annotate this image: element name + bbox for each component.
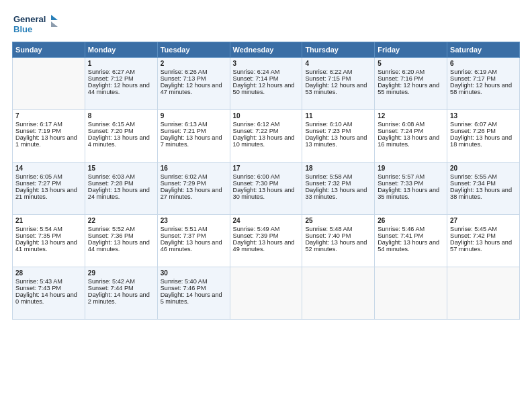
calendar-cell: 16Sunrise: 6:02 AMSunset: 7:29 PMDayligh…	[157, 163, 230, 215]
sunrise-text: Sunrise: 5:54 AM	[15, 226, 62, 232]
calendar-cell	[447, 267, 520, 320]
sunrise-text: Sunrise: 6:02 AM	[161, 173, 208, 180]
daylight-text: Daylight: 13 hours and 41 minutes.	[15, 239, 77, 253]
date-number: 20	[450, 165, 517, 172]
date-number: 7	[15, 112, 82, 120]
sunrise-text: Sunrise: 6:08 AM	[378, 121, 425, 128]
date-number: 10	[233, 112, 300, 120]
sunrise-text: Sunrise: 5:43 AM	[15, 278, 62, 285]
sunset-text: Sunset: 7:13 PM	[161, 75, 206, 82]
calendar-cell	[375, 267, 447, 320]
calendar-cell: 9Sunrise: 6:13 AMSunset: 7:21 PMDaylight…	[157, 110, 230, 163]
date-number: 6	[450, 60, 517, 67]
sunrise-text: Sunrise: 6:22 AM	[305, 68, 352, 75]
daylight-text: Daylight: 13 hours and 1 minute.	[15, 134, 77, 148]
daylight-text: Daylight: 13 hours and 54 minutes.	[378, 239, 439, 253]
date-number: 18	[305, 165, 371, 172]
sunrise-text: Sunrise: 6:19 AM	[450, 68, 497, 75]
daylight-text: Daylight: 13 hours and 18 minutes.	[450, 134, 512, 148]
date-number: 26	[378, 217, 444, 224]
sunrise-text: Sunrise: 5:57 AM	[378, 173, 425, 180]
sunset-text: Sunset: 7:14 PM	[233, 75, 279, 82]
sunset-text: Sunset: 7:34 PM	[450, 180, 496, 187]
day-header-wednesday: Wednesday	[230, 42, 302, 58]
week-row-1: 1Sunrise: 6:27 AMSunset: 7:12 PMDaylight…	[13, 58, 520, 110]
date-number: 29	[88, 269, 154, 277]
sunrise-text: Sunrise: 6:26 AM	[161, 68, 208, 75]
date-number: 25	[305, 217, 371, 224]
sunrise-text: Sunrise: 6:00 AM	[233, 173, 280, 180]
calendar-cell: 19Sunrise: 5:57 AMSunset: 7:33 PMDayligh…	[375, 163, 447, 215]
sunset-text: Sunset: 7:30 PM	[233, 180, 279, 187]
daylight-text: Daylight: 12 hours and 58 minutes.	[450, 82, 512, 95]
day-header-tuesday: Tuesday	[157, 42, 230, 58]
calendar-cell: 6Sunrise: 6:19 AMSunset: 7:17 PMDaylight…	[447, 58, 520, 110]
sunset-text: Sunset: 7:39 PM	[233, 232, 279, 239]
daylight-text: Daylight: 13 hours and 30 minutes.	[233, 187, 295, 200]
calendar-cell: 4Sunrise: 6:22 AMSunset: 7:15 PMDaylight…	[302, 58, 375, 110]
daylight-text: Daylight: 13 hours and 49 minutes.	[233, 239, 295, 253]
svg-marker-3	[51, 21, 58, 27]
sunrise-text: Sunrise: 6:17 AM	[15, 121, 62, 128]
day-header-friday: Friday	[375, 42, 447, 58]
sunset-text: Sunset: 7:41 PM	[378, 232, 423, 239]
sunset-text: Sunset: 7:37 PM	[161, 232, 206, 239]
calendar-cell: 27Sunrise: 5:45 AMSunset: 7:42 PMDayligh…	[447, 215, 520, 267]
sunrise-text: Sunrise: 5:51 AM	[161, 226, 208, 232]
daylight-text: Daylight: 12 hours and 55 minutes.	[378, 82, 439, 95]
date-number: 5	[378, 60, 444, 67]
daylight-text: Daylight: 13 hours and 4 minutes.	[88, 134, 150, 148]
calendar-cell	[230, 267, 302, 320]
date-number: 30	[161, 269, 227, 277]
calendar-cell: 17Sunrise: 6:00 AMSunset: 7:30 PMDayligh…	[230, 163, 302, 215]
date-number: 2	[161, 60, 227, 67]
sunrise-text: Sunrise: 6:20 AM	[378, 68, 425, 75]
sunrise-text: Sunrise: 5:55 AM	[450, 173, 497, 180]
sunset-text: Sunset: 7:33 PM	[378, 180, 423, 187]
daylight-text: Daylight: 12 hours and 50 minutes.	[233, 82, 295, 95]
svg-text:General: General	[13, 14, 46, 24]
sunset-text: Sunset: 7:21 PM	[161, 128, 206, 134]
week-row-3: 14Sunrise: 6:05 AMSunset: 7:27 PMDayligh…	[13, 163, 520, 215]
date-number: 28	[15, 269, 82, 277]
calendar-cell: 26Sunrise: 5:46 AMSunset: 7:41 PMDayligh…	[375, 215, 447, 267]
date-number: 22	[88, 217, 154, 224]
sunrise-text: Sunrise: 6:03 AM	[88, 173, 135, 180]
logo-svg: General Blue	[12, 12, 59, 36]
week-row-2: 7Sunrise: 6:17 AMSunset: 7:19 PMDaylight…	[13, 110, 520, 163]
day-header-saturday: Saturday	[447, 42, 520, 58]
calendar-cell	[302, 267, 375, 320]
calendar-cell: 21Sunrise: 5:54 AMSunset: 7:35 PMDayligh…	[13, 215, 85, 267]
daylight-text: Daylight: 13 hours and 24 minutes.	[88, 187, 150, 200]
sunset-text: Sunset: 7:46 PM	[161, 285, 206, 291]
sunset-text: Sunset: 7:35 PM	[15, 232, 61, 239]
sunset-text: Sunset: 7:15 PM	[305, 75, 351, 82]
header: General Blue	[12, 12, 520, 36]
daylight-text: Daylight: 12 hours and 47 minutes.	[161, 82, 222, 95]
calendar-cell: 30Sunrise: 5:40 AMSunset: 7:46 PMDayligh…	[157, 267, 230, 320]
svg-text:Blue: Blue	[13, 24, 32, 34]
daylight-text: Daylight: 13 hours and 10 minutes.	[233, 134, 295, 148]
sunrise-text: Sunrise: 6:10 AM	[305, 121, 352, 128]
calendar-cell: 3Sunrise: 6:24 AMSunset: 7:14 PMDaylight…	[230, 58, 302, 110]
sunset-text: Sunset: 7:28 PM	[88, 180, 134, 187]
sunset-text: Sunset: 7:16 PM	[378, 75, 423, 82]
sunset-text: Sunset: 7:23 PM	[305, 128, 351, 134]
calendar-cell: 22Sunrise: 5:52 AMSunset: 7:36 PMDayligh…	[85, 215, 157, 267]
date-number: 16	[161, 165, 227, 172]
page: General Blue SundayMondayTuesdayWednesda…	[0, 0, 532, 411]
calendar-cell: 18Sunrise: 5:58 AMSunset: 7:32 PMDayligh…	[302, 163, 375, 215]
sunrise-text: Sunrise: 6:27 AM	[88, 68, 135, 75]
date-number: 19	[378, 165, 444, 172]
sunset-text: Sunset: 7:12 PM	[88, 75, 134, 82]
calendar-cell: 5Sunrise: 6:20 AMSunset: 7:16 PMDaylight…	[375, 58, 447, 110]
daylight-text: Daylight: 13 hours and 44 minutes.	[88, 239, 150, 253]
sunset-text: Sunset: 7:24 PM	[378, 128, 423, 134]
daylight-text: Daylight: 14 hours and 5 minutes.	[161, 291, 222, 305]
week-row-4: 21Sunrise: 5:54 AMSunset: 7:35 PMDayligh…	[13, 215, 520, 267]
calendar-cell: 29Sunrise: 5:42 AMSunset: 7:44 PMDayligh…	[85, 267, 157, 320]
sunrise-text: Sunrise: 6:12 AM	[233, 121, 280, 128]
date-number: 15	[88, 165, 154, 172]
sunset-text: Sunset: 7:22 PM	[233, 128, 279, 134]
sunrise-text: Sunrise: 6:07 AM	[450, 121, 497, 128]
